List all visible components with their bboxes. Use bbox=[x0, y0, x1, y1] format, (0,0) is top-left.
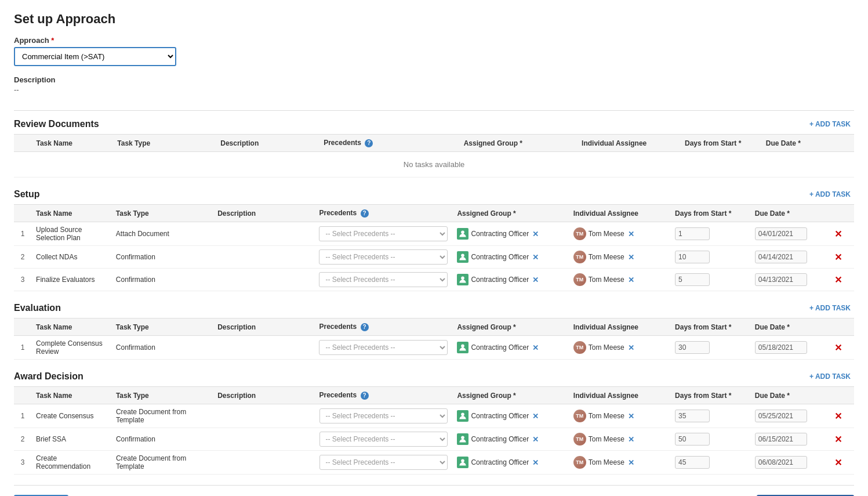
delete-row-button[interactable]: ✕ bbox=[832, 411, 844, 422]
precedents-select[interactable]: -- Select Precedents -- bbox=[319, 272, 448, 287]
days-input[interactable] bbox=[675, 433, 710, 446]
due-date-cell[interactable] bbox=[750, 269, 827, 291]
section-review-documents: Review Documents + ADD TASK Task Name Ta… bbox=[14, 118, 854, 178]
days-input[interactable] bbox=[675, 341, 710, 354]
add-task-button-award-decision[interactable]: + ADD TASK bbox=[806, 370, 854, 383]
remove-assignee-button[interactable]: ✕ bbox=[628, 253, 634, 262]
due-date-cell[interactable] bbox=[750, 451, 827, 475]
due-date-input[interactable] bbox=[755, 341, 807, 354]
remove-group-button[interactable]: ✕ bbox=[532, 343, 539, 352]
precedents-select[interactable]: -- Select Precedents -- bbox=[319, 340, 448, 355]
remove-group-button[interactable]: ✕ bbox=[532, 412, 539, 421]
due-date-input[interactable] bbox=[755, 251, 807, 263]
precedents-select[interactable]: -- Select Precedents -- bbox=[319, 455, 448, 470]
days-from-start-cell[interactable] bbox=[670, 428, 750, 451]
precedents-info-icon[interactable]: ? bbox=[361, 209, 369, 218]
table-award-decision: Task Name Task Type Description Preceden… bbox=[14, 386, 854, 475]
section-evaluation: Evaluation + ADD TASK Task Name Task Typ… bbox=[14, 302, 854, 360]
assigned-group-cell: Contracting Officer ✕ bbox=[452, 404, 568, 428]
remove-assignee-button[interactable]: ✕ bbox=[628, 343, 634, 352]
remove-assignee-button[interactable]: ✕ bbox=[628, 230, 634, 238]
due-date-input[interactable] bbox=[755, 433, 807, 446]
delete-cell[interactable]: ✕ bbox=[827, 336, 854, 360]
delete-row-button[interactable]: ✕ bbox=[832, 252, 844, 263]
due-date-input[interactable] bbox=[755, 410, 807, 422]
delete-cell[interactable]: ✕ bbox=[827, 404, 854, 428]
due-date-input[interactable] bbox=[755, 227, 807, 240]
assigned-group-cell: Contracting Officer ✕ bbox=[452, 246, 568, 269]
days-from-start-cell[interactable] bbox=[670, 404, 750, 428]
group-icon bbox=[457, 251, 468, 263]
days-from-start-cell[interactable] bbox=[670, 336, 750, 360]
row-number: 1 bbox=[14, 336, 31, 360]
task-name-cell: Collect NDAs bbox=[31, 246, 111, 269]
precedents-info-icon[interactable]: ? bbox=[365, 139, 373, 147]
row-number: 3 bbox=[14, 451, 31, 475]
precedents-select[interactable]: -- Select Precedents -- bbox=[319, 432, 448, 447]
remove-assignee-button[interactable]: ✕ bbox=[628, 276, 634, 284]
precedents-select[interactable]: -- Select Precedents -- bbox=[319, 408, 448, 423]
approach-select[interactable]: Commercial Item (>SAT) Commercial Item (… bbox=[14, 47, 176, 66]
remove-group-button[interactable]: ✕ bbox=[532, 230, 539, 238]
col-precedents: Precedents ? bbox=[314, 205, 452, 222]
group-label: Contracting Officer bbox=[471, 435, 529, 443]
due-date-cell[interactable] bbox=[750, 336, 827, 360]
days-from-start-cell[interactable] bbox=[670, 451, 750, 475]
remove-group-button[interactable]: ✕ bbox=[532, 253, 539, 262]
delete-cell[interactable]: ✕ bbox=[827, 269, 854, 291]
precedents-cell[interactable]: -- Select Precedents -- bbox=[314, 246, 452, 269]
days-input[interactable] bbox=[675, 273, 710, 286]
precedents-cell[interactable]: -- Select Precedents -- bbox=[314, 222, 452, 246]
due-date-cell[interactable] bbox=[750, 428, 827, 451]
remove-assignee-button[interactable]: ✕ bbox=[628, 458, 634, 467]
col-num bbox=[14, 318, 31, 336]
remove-assignee-button[interactable]: ✕ bbox=[628, 435, 634, 444]
add-task-button-setup[interactable]: + ADD TASK bbox=[806, 188, 854, 201]
delete-cell[interactable]: ✕ bbox=[827, 246, 854, 269]
precedents-cell[interactable]: -- Select Precedents -- bbox=[314, 269, 452, 291]
days-from-start-cell[interactable] bbox=[670, 269, 750, 291]
precedents-info-icon[interactable]: ? bbox=[361, 323, 369, 331]
add-task-button-review-documents[interactable]: + ADD TASK bbox=[806, 118, 854, 131]
precedents-cell[interactable]: -- Select Precedents -- bbox=[315, 404, 453, 428]
assignee-name: Tom Meese bbox=[589, 230, 624, 238]
days-input[interactable] bbox=[675, 410, 710, 422]
days-from-start-cell[interactable] bbox=[670, 246, 750, 269]
delete-row-button[interactable]: ✕ bbox=[832, 229, 844, 240]
group-icon bbox=[457, 228, 468, 240]
due-date-input[interactable] bbox=[755, 456, 807, 469]
days-input[interactable] bbox=[675, 251, 710, 263]
remove-group-button[interactable]: ✕ bbox=[532, 435, 539, 444]
precedents-cell[interactable]: -- Select Precedents -- bbox=[315, 428, 453, 451]
col-due-date: Due Date * bbox=[750, 387, 827, 404]
precedents-cell[interactable]: -- Select Precedents -- bbox=[315, 451, 453, 475]
description-cell bbox=[213, 428, 314, 451]
delete-cell[interactable]: ✕ bbox=[827, 451, 854, 475]
col-days-from-start: Days from Start * bbox=[670, 318, 750, 336]
due-date-cell[interactable] bbox=[750, 222, 827, 246]
days-from-start-cell[interactable] bbox=[670, 222, 750, 246]
description-value: -- bbox=[14, 85, 854, 94]
due-date-input[interactable] bbox=[755, 273, 807, 286]
remove-assignee-button[interactable]: ✕ bbox=[628, 412, 634, 421]
col-num bbox=[14, 205, 31, 222]
col-assigned-group: Assigned Group * bbox=[452, 205, 568, 222]
precedents-info-icon[interactable]: ? bbox=[361, 392, 369, 400]
delete-cell[interactable]: ✕ bbox=[827, 428, 854, 451]
days-input[interactable] bbox=[675, 227, 710, 240]
delete-cell[interactable]: ✕ bbox=[827, 222, 854, 246]
remove-group-button[interactable]: ✕ bbox=[532, 458, 539, 467]
due-date-cell[interactable] bbox=[750, 246, 827, 269]
days-input[interactable] bbox=[675, 456, 710, 469]
precedents-cell[interactable]: -- Select Precedents -- bbox=[314, 336, 452, 360]
col-assigned-group: Assigned Group * bbox=[459, 135, 577, 152]
add-task-button-evaluation[interactable]: + ADD TASK bbox=[806, 302, 854, 314]
delete-row-button[interactable]: ✕ bbox=[832, 434, 844, 445]
precedents-select[interactable]: -- Select Precedents -- bbox=[319, 249, 448, 265]
delete-row-button[interactable]: ✕ bbox=[832, 274, 844, 285]
due-date-cell[interactable] bbox=[750, 404, 827, 428]
precedents-select[interactable]: -- Select Precedents -- bbox=[319, 226, 448, 241]
delete-row-button[interactable]: ✕ bbox=[832, 342, 844, 353]
delete-row-button[interactable]: ✕ bbox=[832, 457, 844, 468]
remove-group-button[interactable]: ✕ bbox=[532, 276, 539, 284]
